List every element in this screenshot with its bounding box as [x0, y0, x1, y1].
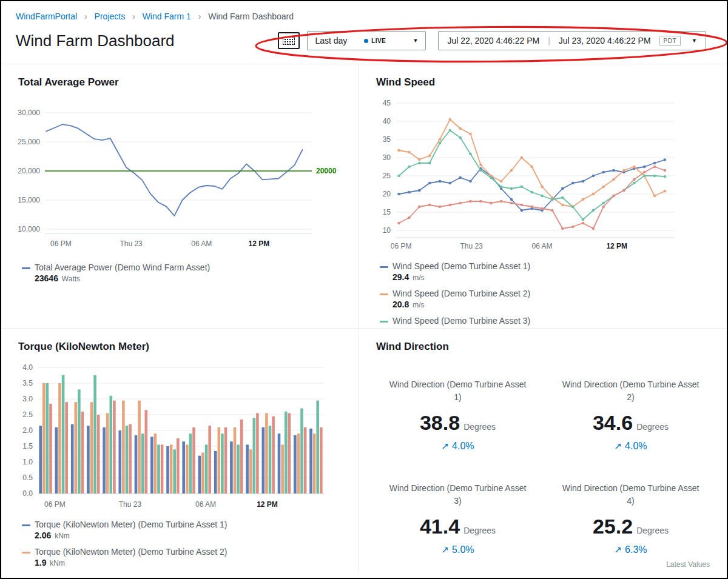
- svg-text:06 PM: 06 PM: [50, 239, 72, 248]
- svg-text:25,000: 25,000: [18, 138, 40, 146]
- svg-text:10,000: 10,000: [18, 225, 40, 233]
- trend-up-icon: ↗: [614, 544, 622, 555]
- breadcrumb-wind-farm-1[interactable]: Wind Farm 1: [143, 12, 191, 21]
- panel-title: Wind Speed: [376, 76, 717, 89]
- svg-text:20: 20: [383, 190, 391, 198]
- dashboard-icon-button[interactable]: [278, 32, 300, 49]
- title-row: Wind Farm Dashboard Last day LIVE ▼ Jul …: [16, 31, 712, 50]
- svg-text:15,000: 15,000: [18, 196, 40, 204]
- svg-text:1.5: 1.5: [22, 442, 33, 450]
- svg-text:10: 10: [383, 226, 391, 235]
- legend-item: Torque (KiloNewton Meter) (Demo Turbine …: [22, 519, 349, 541]
- trend-up-icon: ↗: [441, 544, 449, 555]
- svg-text:15: 15: [383, 208, 391, 216]
- svg-text:1.0: 1.0: [22, 458, 33, 466]
- legend-item: Wind Speed (Demo Turbine Asset 2) 20.8 m…: [380, 288, 717, 310]
- breadcrumb-projects[interactable]: Projects: [95, 12, 126, 21]
- time-range-label: Last day: [315, 36, 347, 45]
- svg-text:30,000: 30,000: [18, 109, 40, 117]
- legend: Wind Speed (Demo Turbine Asset 1) 29.4 m…: [380, 261, 717, 326]
- trend-up-icon: ↗: [441, 441, 449, 451]
- breadcrumb-windfarmportal[interactable]: WindFarmPortal: [16, 12, 77, 21]
- live-badge: LIVE: [364, 38, 386, 44]
- time-controls: Last day LIVE ▼ Jul 22, 2020 4:46:22 PM …: [278, 31, 706, 50]
- svg-text:3.5: 3.5: [22, 379, 33, 387]
- series-swatch: [22, 552, 30, 554]
- kpi-wind-direction-3: Wind Direction (Demo Turbine Asset 3) 41…: [371, 482, 544, 555]
- svg-text:2.5: 2.5: [22, 410, 33, 419]
- panel-wind-speed: Wind Speed 454035302520151006 PMThu 2306…: [359, 64, 727, 329]
- series-swatch: [380, 266, 388, 268]
- svg-text:25: 25: [383, 172, 391, 180]
- breadcrumb-current: Wind Farm Dashboard: [208, 12, 294, 21]
- svg-text:06 AM: 06 AM: [531, 242, 552, 250]
- kpi-wind-direction-2: Wind Direction (Demo Turbine Asset 2) 34…: [544, 378, 717, 452]
- svg-text:45: 45: [383, 99, 391, 107]
- datetime-separator: |: [548, 36, 550, 45]
- end-datetime: Jul 23, 2020 4:46:22 PM: [559, 36, 651, 45]
- svg-text:06 PM: 06 PM: [44, 500, 66, 509]
- series-swatch: [380, 293, 388, 295]
- total-average-power-chart: 30,00025,00020,00015,00010,00006 PMThu 2…: [13, 103, 349, 258]
- svg-text:20,000: 20,000: [18, 167, 40, 175]
- svg-text:3.0: 3.0: [22, 395, 33, 403]
- date-range-select[interactable]: Jul 22, 2020 4:46:22 PM | Jul 23, 2020 4…: [438, 31, 706, 50]
- panel-title: Torque (KiloNewton Meter): [18, 341, 349, 353]
- total-average-power-svg: 30,00025,00020,00015,00010,00006 PMThu 2…: [13, 103, 346, 256]
- svg-text:30: 30: [383, 153, 391, 162]
- page-title: Wind Farm Dashboard: [16, 32, 175, 50]
- page-header: WindFarmPortal › Projects › Wind Farm 1 …: [1, 1, 727, 50]
- chevron-down-icon: ▼: [403, 38, 418, 44]
- chevron-down-icon: ▼: [689, 38, 697, 44]
- series-swatch: [22, 267, 30, 269]
- legend-item: Wind Speed (Demo Turbine Asset 1) 29.4 m…: [380, 261, 717, 283]
- svg-text:2.0: 2.0: [22, 426, 33, 435]
- series-swatch: [22, 524, 30, 526]
- app-window: WindFarmPortal › Projects › Wind Farm 1 …: [0, 0, 728, 579]
- panel-torque: Torque (KiloNewton Meter) 4.03.53.02.52.…: [1, 329, 359, 574]
- torque-svg: 4.03.53.02.52.01.51.00.50.006 PMThu 2306…: [13, 363, 346, 513]
- svg-text:12 PM: 12 PM: [606, 242, 627, 250]
- svg-text:06 AM: 06 AM: [195, 500, 216, 509]
- svg-text:Thu 23: Thu 23: [119, 500, 142, 509]
- kpi-wind-direction-4: Wind Direction (Demo Turbine Asset 4) 25…: [544, 482, 717, 555]
- svg-text:12 PM: 12 PM: [257, 500, 278, 509]
- svg-text:Thu 23: Thu 23: [120, 239, 143, 248]
- trend-up-icon: ↗: [614, 441, 622, 451]
- svg-text:35: 35: [383, 135, 391, 144]
- svg-text:06 AM: 06 AM: [191, 239, 212, 248]
- svg-text:06 PM: 06 PM: [391, 242, 412, 250]
- live-dot-icon: [364, 39, 368, 43]
- panel-title: Wind Direction: [376, 341, 717, 353]
- legend-item: Total Average Power (Demo Wind Farm Asse…: [22, 262, 349, 284]
- panel-wind-direction: Wind Direction Wind Direction (Demo Turb…: [359, 329, 727, 574]
- dotted-grid-icon: [283, 37, 295, 45]
- svg-text:12 PM: 12 PM: [249, 239, 270, 248]
- breadcrumb-separator-icon: ›: [194, 12, 206, 21]
- kpi-grid: Wind Direction (Demo Turbine Asset 1) 38…: [371, 378, 717, 555]
- time-range-select[interactable]: Last day LIVE ▼: [307, 31, 426, 50]
- legend: Total Average Power (Demo Wind Farm Asse…: [22, 262, 349, 284]
- svg-text:4.0: 4.0: [22, 363, 33, 372]
- legend-item: Wind Speed (Demo Turbine Asset 3): [380, 315, 717, 326]
- dashboard-grid: Total Average Power 30,00025,00020,00015…: [1, 64, 727, 574]
- wind-speed-chart: 454035302520151006 PMThu 2306 AM12 PM: [371, 96, 717, 257]
- breadcrumb: WindFarmPortal › Projects › Wind Farm 1 …: [16, 11, 712, 22]
- svg-text:40: 40: [383, 117, 391, 126]
- live-label: LIVE: [371, 38, 386, 44]
- torque-chart: 4.03.53.02.52.01.51.00.50.006 PMThu 2306…: [13, 363, 349, 515]
- legend-item: Torque (KiloNewton Meter) (Demo Turbine …: [22, 546, 349, 569]
- latest-values-note: Latest Values: [666, 560, 710, 569]
- svg-text:0.5: 0.5: [22, 474, 33, 482]
- svg-text:20000: 20000: [316, 167, 337, 175]
- legend: Torque (KiloNewton Meter) (Demo Turbine …: [22, 519, 349, 574]
- panel-title: Total Average Power: [18, 76, 349, 89]
- series-swatch: [380, 321, 388, 323]
- svg-text:Thu 23: Thu 23: [460, 242, 483, 250]
- breadcrumb-separator-icon: ›: [127, 12, 140, 21]
- timezone-badge: PDT: [659, 36, 681, 46]
- kpi-wind-direction-1: Wind Direction (Demo Turbine Asset 1) 38…: [371, 378, 544, 452]
- wind-speed-svg: 454035302520151006 PMThu 2306 AM12 PM: [371, 96, 704, 255]
- panel-total-average-power: Total Average Power 30,00025,00020,00015…: [1, 64, 359, 329]
- breadcrumb-separator-icon: ›: [79, 12, 92, 21]
